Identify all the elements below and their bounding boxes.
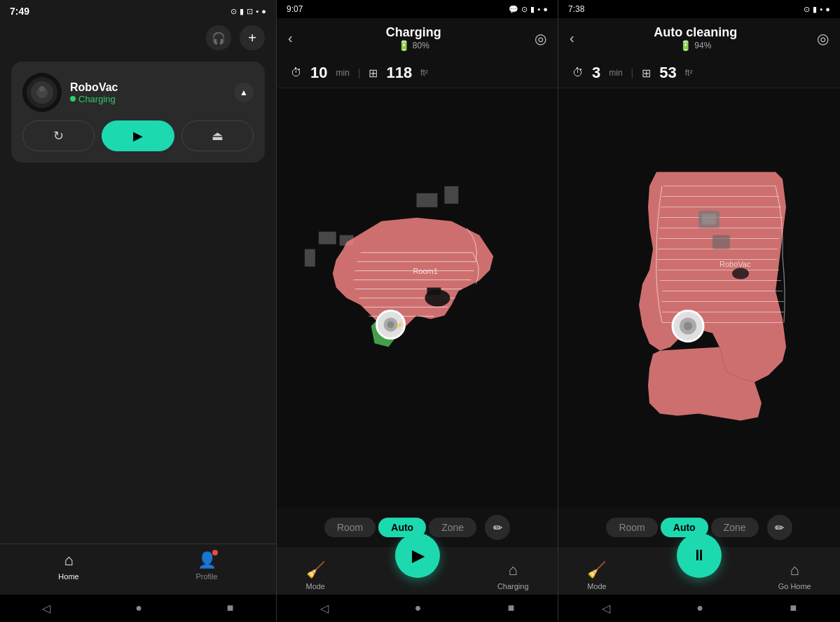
signal-icon-right: ▪ [820,5,822,13]
nav-profile[interactable]: 👤 Profile [195,551,217,581]
dock-button[interactable]: ⏏ [181,120,254,151]
play-icon: ▶ [133,128,143,144]
go-home-label-right: Go Home [778,582,811,590]
svg-rect-6 [444,186,458,204]
schedule-button[interactable]: ↻ [22,120,95,151]
back-button-right[interactable]: ‹ [570,30,574,46]
svg-point-28 [684,322,692,331]
panel-middle: 9:07 💬 ⊙ ▮ ▪ ● ‹ Charging 🔋 80% ◎ ⏱ 10 m… [277,0,558,622]
pause-btn-right[interactable]: ⏸ [677,533,722,578]
phone-header-middle: ‹ Charging 🔋 80% ◎ [277,18,558,58]
svg-rect-8 [319,232,336,244]
play-btn-middle[interactable]: ▶ [395,533,440,578]
panel-right: 7:38 ⊙ ▮ ▪ ● ‹ Auto cleaning 🔋 94% ◎ ⏱ 3… [558,0,840,622]
edit-icon-right: ✏ [775,521,784,534]
signal-icon: ▪ [256,7,259,15]
device-avatar [22,73,62,112]
bottom-bar-right: 🧹 Mode ⌂ Go Home ⏸ [558,547,840,595]
headset-button[interactable]: 🎧 [206,25,231,50]
phone-title-right: Auto cleaning 🔋 94% [654,25,737,51]
nav-profile-label: Profile [195,572,217,581]
mode-room-middle[interactable]: Room [324,518,376,537]
spotify-icon-right: ⊙ [804,5,810,14]
android-home-left[interactable]: ● [135,602,142,615]
android-recent-left[interactable]: ■ [227,602,234,615]
nav-badge: 👤 [198,551,216,569]
broom-icon-middle: 🧹 [306,561,325,579]
phone-header-right: ‹ Auto cleaning 🔋 94% ◎ [558,18,840,58]
mode-zone-middle[interactable]: Zone [429,518,476,537]
time-right: 7:38 [568,4,584,14]
svg-text:Room1: Room1 [413,267,438,275]
go-home-action-right[interactable]: ⌂ Go Home [778,554,811,590]
spotify-icon: ⊙ [230,7,237,16]
charging-action-middle[interactable]: ⌂ Charging [497,554,529,590]
android-nav-left: ◁ ● ■ [0,595,276,622]
svg-rect-5 [417,193,438,207]
status-bar-middle: 9:07 💬 ⊙ ▮ ▪ ● [277,0,558,18]
android-recent-middle[interactable]: ■ [508,602,515,615]
home-icon: ⌂ [64,551,73,569]
back-button-middle[interactable]: ‹ [288,30,293,46]
target-button-middle[interactable]: ◎ [535,30,546,47]
time-left: 7:49 [10,6,29,17]
device-status: Charging [70,94,118,104]
mode-extra-right[interactable]: ✏ [767,515,792,540]
mode-action-right[interactable]: 🧹 Mode [587,554,607,590]
title-text-right: Auto cleaning [654,25,737,40]
expand-button[interactable]: ▲ [234,83,254,102]
panel-left: 7:49 ⊙ ▮ ⊡ ▪ ● 🎧 + [0,0,277,622]
status-dot [70,96,76,102]
mode-action-middle[interactable]: 🧹 Mode [305,554,325,590]
android-recent-right[interactable]: ■ [790,602,797,615]
status-icons-middle: 💬 ⊙ ▮ ▪ ● [509,5,548,14]
nav-home[interactable]: ⌂ Home [58,551,78,581]
battery-icon-charge: 🔋 [398,40,410,51]
divider-middle: | [358,67,361,78]
android-back-middle[interactable]: ◁ [320,602,329,615]
svg-text:⚡: ⚡ [396,321,404,329]
title-text-middle: Charging [386,25,441,40]
battery-row-right: 🔋 94% [654,40,737,51]
mode-extra-middle[interactable]: ✏ [485,515,510,540]
battery-icon-right: 🔋 [680,40,691,51]
wifi-icon: ● [261,7,266,15]
play-icon-middle: ▶ [412,546,425,565]
stat-area-val-right: 53 [659,64,676,82]
stat-area-unit-right: ft² [685,68,693,78]
mode-zone-right[interactable]: Zone [711,518,759,537]
add-device-button[interactable]: + [240,25,265,50]
home-icon-right: ⌂ [790,561,799,579]
stat-time-unit-middle: min [336,68,349,78]
stat-time-unit-right: min [609,68,622,78]
spotify-icon-mid: ⊙ [521,5,528,14]
play-button[interactable]: ▶ [102,120,174,151]
wifi-icon-mid: ● [543,5,548,13]
android-home-right[interactable]: ● [696,602,703,615]
device-name: RoboVac [70,81,118,94]
charging-label-middle: Charging [497,582,529,590]
stats-row-middle: ⏱ 10 min | ⊞ 118 ft² [277,58,558,88]
wifi-icon-right: ● [825,5,830,13]
android-back-right[interactable]: ◁ [602,602,610,615]
edit-icon-middle: ✏ [493,521,502,534]
target-button-right[interactable]: ◎ [817,30,829,47]
broom-icon-right: 🧹 [587,561,606,579]
instagram-icon: ⊡ [247,7,253,16]
time-icon-middle: ⏱ [291,67,302,79]
mode-room-right[interactable]: Room [606,518,657,537]
stat-time-val-right: 3 [592,64,600,82]
time-middle: 9:07 [287,4,303,14]
battery-pct-right: 94% [694,41,711,50]
device-controls: ↻ ▶ ⏏ [22,120,254,151]
battery-row-middle: 🔋 80% [386,40,441,51]
svg-point-3 [39,86,45,92]
battery-icon: ▮ [240,7,244,16]
android-back-left[interactable]: ◁ [42,602,50,615]
android-home-middle[interactable]: ● [415,602,422,615]
top-actions: 🎧 + [0,20,276,56]
status-icons-right: ⊙ ▮ ▪ ● [804,5,830,14]
battery-pct-middle: 80% [413,41,429,50]
area-icon-right: ⊞ [642,67,651,80]
svg-point-15 [387,321,394,328]
